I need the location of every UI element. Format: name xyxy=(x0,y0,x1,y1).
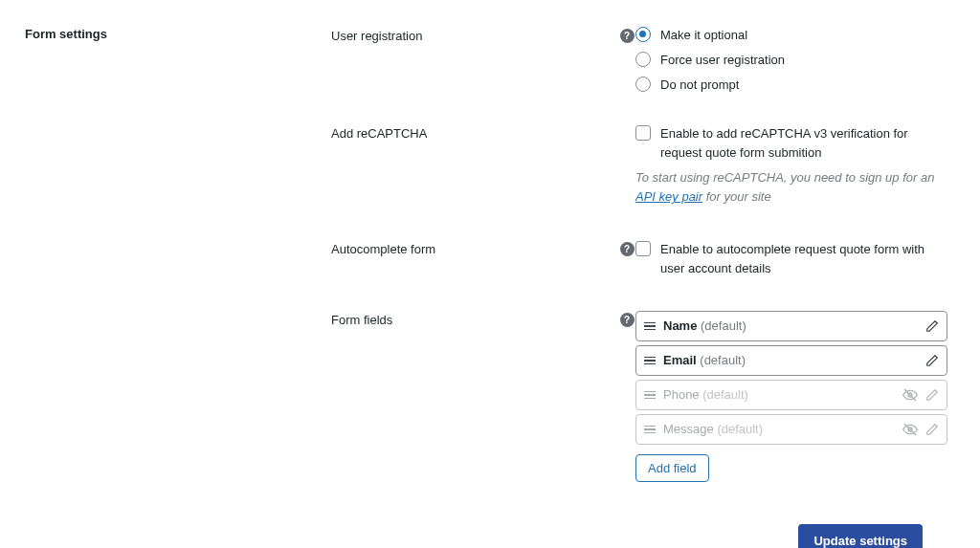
radio-input[interactable] xyxy=(635,27,651,42)
recaptcha-label: Add reCAPTCHA xyxy=(331,124,618,208)
radio-label: Do not prompt xyxy=(660,77,739,92)
drag-handle-icon[interactable] xyxy=(644,357,656,365)
pencil-icon[interactable] xyxy=(925,354,939,367)
radio-label: Make it optional xyxy=(660,28,747,42)
pencil-icon[interactable] xyxy=(925,388,939,402)
radio-input[interactable] xyxy=(635,77,651,92)
recaptcha-checkbox-label: Enable to add reCAPTCHA v3 verification … xyxy=(660,124,947,163)
pencil-icon[interactable] xyxy=(925,423,939,436)
radio-label: Force user registration xyxy=(660,53,785,67)
form-field-name: Phone (default) xyxy=(663,387,748,402)
radio-force-registration[interactable]: Force user registration xyxy=(635,52,947,67)
radio-input[interactable] xyxy=(635,52,651,67)
form-field-item[interactable]: Name (default) xyxy=(635,311,947,341)
help-icon[interactable]: ? xyxy=(620,242,635,256)
user-registration-label: User registration xyxy=(331,27,618,92)
form-fields-label: Form fields xyxy=(331,311,618,482)
eye-off-icon[interactable] xyxy=(902,387,918,403)
drag-handle-icon[interactable] xyxy=(644,391,656,400)
form-field-item[interactable]: Message (default) xyxy=(635,414,947,445)
form-fields-list: Name (default)Email (default)Phone (defa… xyxy=(635,311,947,482)
section-heading: Form settings xyxy=(25,27,331,92)
form-field-name: Message (default) xyxy=(663,422,763,436)
api-key-pair-link[interactable]: API key pair xyxy=(635,189,702,204)
radio-make-optional[interactable]: Make it optional xyxy=(635,27,947,42)
eye-off-icon[interactable] xyxy=(902,422,918,437)
form-field-item[interactable]: Phone (default) xyxy=(635,380,947,410)
autocomplete-checkbox[interactable] xyxy=(635,241,651,256)
form-field-name: Email (default) xyxy=(663,353,746,367)
pencil-icon[interactable] xyxy=(925,319,939,333)
form-field-item[interactable]: Email (default) xyxy=(635,345,947,376)
update-settings-button[interactable]: Update settings xyxy=(798,524,923,548)
add-field-button[interactable]: Add field xyxy=(635,454,709,482)
autocomplete-label: Autocomplete form xyxy=(331,240,618,278)
form-field-name: Name (default) xyxy=(663,318,746,333)
drag-handle-icon[interactable] xyxy=(644,426,656,434)
recaptcha-hint: To start using reCAPTCHA, you need to si… xyxy=(635,168,947,207)
recaptcha-checkbox[interactable] xyxy=(635,125,651,141)
help-icon[interactable]: ? xyxy=(620,313,635,327)
autocomplete-checkbox-label: Enable to autocomplete request quote for… xyxy=(660,240,947,278)
radio-do-not-prompt[interactable]: Do not prompt xyxy=(635,77,947,92)
drag-handle-icon[interactable] xyxy=(644,322,656,331)
help-icon[interactable]: ? xyxy=(620,29,635,43)
